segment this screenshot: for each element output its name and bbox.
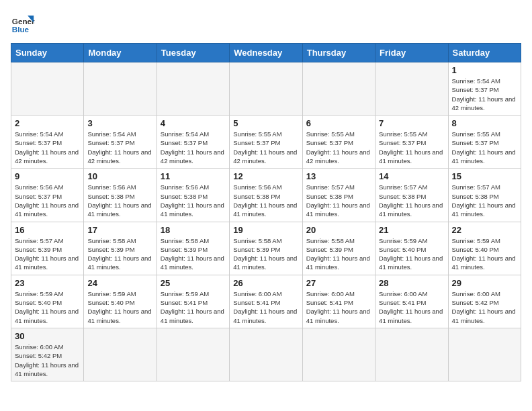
day-number: 22	[452, 225, 517, 235]
calendar-cell	[375, 62, 448, 116]
day-number: 23	[15, 278, 80, 288]
day-number: 20	[306, 225, 371, 235]
day-number: 8	[452, 118, 517, 128]
day-number: 13	[306, 171, 371, 181]
calendar-cell: 7Sunrise: 5:55 AMSunset: 5:37 PMDaylight…	[375, 116, 448, 169]
day-info: Sunrise: 6:00 AMSunset: 5:41 PMDaylight:…	[306, 289, 371, 325]
day-number: 21	[379, 225, 444, 235]
day-info: Sunrise: 6:00 AMSunset: 5:42 PMDaylight:…	[15, 342, 80, 378]
day-number: 7	[379, 118, 444, 128]
calendar-cell	[84, 62, 157, 116]
day-info: Sunrise: 5:59 AMSunset: 5:41 PMDaylight:…	[161, 289, 226, 325]
day-number: 6	[306, 118, 371, 128]
logo-icon: General Blue	[11, 11, 35, 35]
day-number: 29	[452, 278, 517, 288]
day-info: Sunrise: 5:55 AMSunset: 5:37 PMDaylight:…	[306, 130, 371, 165]
calendar-cell	[230, 62, 302, 116]
day-info: Sunrise: 5:59 AMSunset: 5:40 PMDaylight:…	[379, 236, 444, 272]
week-row-5: 30Sunrise: 6:00 AMSunset: 5:42 PMDayligh…	[11, 328, 521, 381]
calendar: SundayMondayTuesdayWednesdayThursdayFrid…	[11, 43, 521, 381]
header-saturday: Saturday	[448, 44, 521, 62]
calendar-cell: 3Sunrise: 5:54 AMSunset: 5:37 PMDaylight…	[84, 116, 157, 169]
day-info: Sunrise: 6:00 AMSunset: 5:41 PMDaylight:…	[379, 289, 444, 325]
day-number: 9	[15, 171, 80, 181]
calendar-cell: 23Sunrise: 5:59 AMSunset: 5:40 PMDayligh…	[11, 275, 84, 328]
day-number: 17	[87, 225, 152, 235]
header-tuesday: Tuesday	[157, 44, 229, 62]
calendar-cell: 2Sunrise: 5:54 AMSunset: 5:37 PMDaylight…	[11, 116, 84, 169]
day-info: Sunrise: 5:55 AMSunset: 5:37 PMDaylight:…	[379, 130, 444, 165]
calendar-cell: 27Sunrise: 6:00 AMSunset: 5:41 PMDayligh…	[302, 275, 375, 328]
calendar-cell: 13Sunrise: 5:57 AMSunset: 5:38 PMDayligh…	[302, 169, 375, 222]
day-info: Sunrise: 5:54 AMSunset: 5:37 PMDaylight:…	[87, 130, 152, 165]
day-info: Sunrise: 5:56 AMSunset: 5:37 PMDaylight:…	[15, 183, 80, 218]
calendar-cell: 30Sunrise: 6:00 AMSunset: 5:42 PMDayligh…	[11, 328, 84, 381]
calendar-cell: 18Sunrise: 5:58 AMSunset: 5:39 PMDayligh…	[157, 222, 229, 275]
calendar-cell	[84, 328, 157, 381]
week-row-1: 2Sunrise: 5:54 AMSunset: 5:37 PMDaylight…	[11, 116, 521, 169]
calendar-cell: 5Sunrise: 5:55 AMSunset: 5:37 PMDaylight…	[230, 116, 302, 169]
day-number: 10	[87, 171, 152, 181]
week-row-3: 16Sunrise: 5:57 AMSunset: 5:39 PMDayligh…	[11, 222, 521, 275]
day-number: 26	[233, 278, 298, 288]
day-info: Sunrise: 5:55 AMSunset: 5:37 PMDaylight:…	[452, 130, 517, 165]
header: General Blue	[11, 11, 521, 35]
day-number: 25	[161, 278, 226, 288]
calendar-cell: 20Sunrise: 5:58 AMSunset: 5:39 PMDayligh…	[302, 222, 375, 275]
week-row-2: 9Sunrise: 5:56 AMSunset: 5:37 PMDaylight…	[11, 169, 521, 222]
day-info: Sunrise: 5:54 AMSunset: 5:37 PMDaylight:…	[15, 130, 80, 165]
day-number: 12	[233, 171, 298, 181]
day-info: Sunrise: 5:56 AMSunset: 5:38 PMDaylight:…	[233, 183, 298, 218]
day-number: 5	[233, 118, 298, 128]
day-info: Sunrise: 5:56 AMSunset: 5:38 PMDaylight:…	[87, 183, 152, 218]
calendar-cell	[230, 328, 302, 381]
day-number: 24	[87, 278, 152, 288]
day-number: 15	[452, 171, 517, 181]
header-sunday: Sunday	[11, 44, 84, 62]
calendar-cell: 21Sunrise: 5:59 AMSunset: 5:40 PMDayligh…	[375, 222, 448, 275]
day-number: 2	[15, 118, 80, 128]
calendar-cell: 17Sunrise: 5:58 AMSunset: 5:39 PMDayligh…	[84, 222, 157, 275]
day-info: Sunrise: 6:00 AMSunset: 5:42 PMDaylight:…	[452, 289, 517, 325]
day-info: Sunrise: 5:55 AMSunset: 5:37 PMDaylight:…	[233, 130, 298, 165]
day-info: Sunrise: 5:54 AMSunset: 5:37 PMDaylight:…	[452, 77, 517, 112]
header-wednesday: Wednesday	[230, 44, 302, 62]
day-number: 14	[379, 171, 444, 181]
day-info: Sunrise: 5:59 AMSunset: 5:40 PMDaylight:…	[87, 289, 152, 325]
day-number: 4	[161, 118, 226, 128]
day-info: Sunrise: 5:57 AMSunset: 5:38 PMDaylight:…	[306, 183, 371, 218]
calendar-cell: 8Sunrise: 5:55 AMSunset: 5:37 PMDaylight…	[448, 116, 521, 169]
day-info: Sunrise: 5:57 AMSunset: 5:38 PMDaylight:…	[379, 183, 444, 218]
calendar-cell: 10Sunrise: 5:56 AMSunset: 5:38 PMDayligh…	[84, 169, 157, 222]
day-info: Sunrise: 5:56 AMSunset: 5:38 PMDaylight:…	[161, 183, 226, 218]
day-info: Sunrise: 6:00 AMSunset: 5:41 PMDaylight:…	[233, 289, 298, 325]
week-row-0: 1Sunrise: 5:54 AMSunset: 5:37 PMDaylight…	[11, 62, 521, 116]
day-info: Sunrise: 5:57 AMSunset: 5:38 PMDaylight:…	[452, 183, 517, 218]
day-number: 16	[15, 225, 80, 235]
day-number: 28	[379, 278, 444, 288]
calendar-cell: 25Sunrise: 5:59 AMSunset: 5:41 PMDayligh…	[157, 275, 229, 328]
day-number: 27	[306, 278, 371, 288]
calendar-cell: 12Sunrise: 5:56 AMSunset: 5:38 PMDayligh…	[230, 169, 302, 222]
day-info: Sunrise: 5:54 AMSunset: 5:37 PMDaylight:…	[161, 130, 226, 165]
logo: General Blue	[11, 11, 35, 35]
week-row-4: 23Sunrise: 5:59 AMSunset: 5:40 PMDayligh…	[11, 275, 521, 328]
calendar-cell	[302, 62, 375, 116]
calendar-header-row: SundayMondayTuesdayWednesdayThursdayFrid…	[11, 44, 521, 62]
calendar-cell: 24Sunrise: 5:59 AMSunset: 5:40 PMDayligh…	[84, 275, 157, 328]
calendar-cell: 28Sunrise: 6:00 AMSunset: 5:41 PMDayligh…	[375, 275, 448, 328]
calendar-cell	[157, 62, 229, 116]
calendar-cell: 19Sunrise: 5:58 AMSunset: 5:39 PMDayligh…	[230, 222, 302, 275]
calendar-cell: 14Sunrise: 5:57 AMSunset: 5:38 PMDayligh…	[375, 169, 448, 222]
day-number: 30	[15, 331, 80, 341]
header-friday: Friday	[375, 44, 448, 62]
calendar-cell	[157, 328, 229, 381]
day-info: Sunrise: 5:57 AMSunset: 5:39 PMDaylight:…	[15, 236, 80, 272]
header-thursday: Thursday	[302, 44, 375, 62]
header-monday: Monday	[84, 44, 157, 62]
day-info: Sunrise: 5:58 AMSunset: 5:39 PMDaylight:…	[233, 236, 298, 272]
day-number: 19	[233, 225, 298, 235]
calendar-cell: 16Sunrise: 5:57 AMSunset: 5:39 PMDayligh…	[11, 222, 84, 275]
day-info: Sunrise: 5:59 AMSunset: 5:40 PMDaylight:…	[452, 236, 517, 272]
day-info: Sunrise: 5:59 AMSunset: 5:40 PMDaylight:…	[15, 289, 80, 325]
